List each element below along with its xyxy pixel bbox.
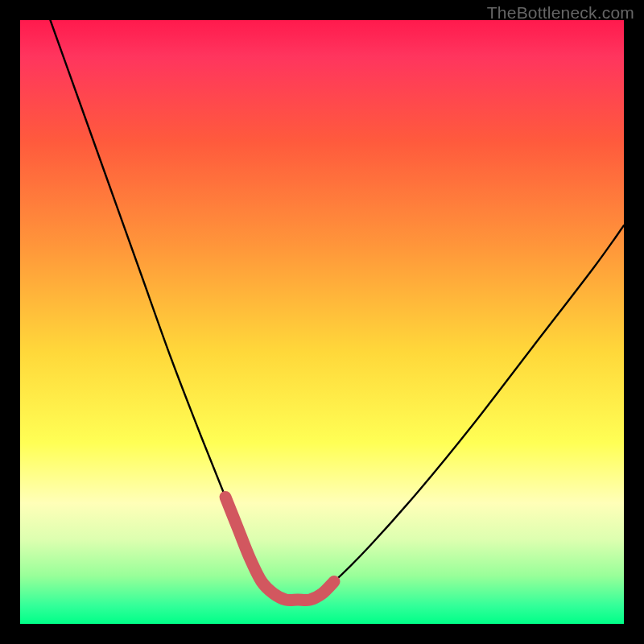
watermark-text: TheBottleneck.com <box>487 3 634 23</box>
plot-area <box>20 20 624 624</box>
bottleneck-curve <box>51 20 625 601</box>
curve-svg <box>20 20 624 624</box>
minimum-highlight <box>225 497 334 601</box>
chart-frame: TheBottleneck.com <box>0 0 644 644</box>
